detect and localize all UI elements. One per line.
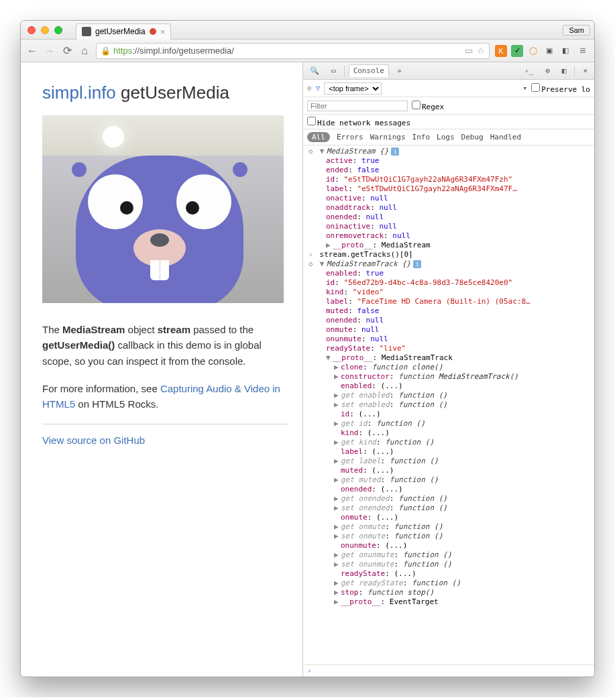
address-bar[interactable]: 🔒 https ://simpl.info/getusermedia/ ▭ ☆	[96, 43, 490, 59]
console-line[interactable]: kind: "video"	[306, 288, 594, 297]
bookmark-star-icon[interactable]: ☆	[477, 46, 485, 56]
log-level-warnings[interactable]: Warnings	[370, 133, 406, 141]
console-line[interactable]: ▼__proto__: MediaStreamTrack	[306, 353, 594, 363]
cast-icon[interactable]: ▣	[543, 45, 555, 57]
console-line[interactable]: ended: false	[306, 166, 594, 175]
console-line[interactable]: label: "eStTDwUtQiC1G7gayh22aNAg6R34FXm4…	[306, 184, 594, 194]
more-tabs-button[interactable]: »	[393, 65, 406, 76]
dock-side-icon[interactable]: ◧	[558, 65, 571, 76]
console-line[interactable]: label: "FaceTime HD Camera (Built-in) (0…	[306, 297, 594, 306]
console-line[interactable]: ▶set onmute: function ()	[306, 532, 594, 541]
minimize-window-button[interactable]	[41, 26, 49, 34]
console-line[interactable]: muted: (...)	[306, 466, 594, 475]
tab-close-button[interactable]: ×	[160, 27, 166, 37]
console-line[interactable]: kind: (...)	[306, 428, 594, 438]
page-content: simpl.info getUserMedia The MediaStream …	[21, 62, 302, 677]
console-prompt[interactable]: ›	[303, 664, 594, 677]
extension-icon[interactable]: ✓	[511, 45, 523, 57]
console-line[interactable]: ▶set enabled: function ()	[306, 400, 594, 410]
frame-selector[interactable]: <top frame>	[324, 82, 382, 95]
console-line[interactable]: ▶get enabled: function ()	[306, 391, 594, 400]
extension-icon[interactable]: K	[495, 45, 507, 57]
home-button[interactable]: ⌂	[78, 45, 91, 57]
console-line[interactable]: ▶get muted: function ()	[306, 475, 594, 485]
console-line[interactable]: ▶get label: function ()	[306, 457, 594, 466]
browser-tab[interactable]: getUserMedia ×	[76, 23, 171, 40]
hide-network-checkbox[interactable]: Hide network messages	[307, 117, 410, 127]
console-line[interactable]: onended: (...)	[306, 485, 594, 494]
console-line[interactable]: onended: null	[306, 213, 594, 222]
extension-icon[interactable]: ◯	[527, 45, 539, 57]
console-line[interactable]: onactive: null	[306, 194, 594, 203]
console-line[interactable]: ▶get onmute: function ()	[306, 522, 594, 532]
log-level-errors[interactable]: Errors	[337, 133, 364, 141]
console-line[interactable]: id: (...)	[306, 410, 594, 419]
camera-indicator-icon[interactable]: ▭	[465, 46, 473, 56]
maximize-window-button[interactable]	[54, 26, 62, 34]
device-mode-icon[interactable]: ▭	[327, 65, 340, 76]
extension-icon[interactable]: ◧	[559, 45, 571, 57]
console-line[interactable]: id: "eStTDwUtQiC1G7gayh22aNAg6R34FXm47Fz…	[306, 175, 594, 184]
hamburger-menu-button[interactable]: ≡	[577, 45, 589, 57]
drawer-toggle-icon[interactable]: ›_	[520, 65, 537, 76]
console-line[interactable]: readyState: (...)	[306, 569, 594, 579]
console-line[interactable]: onremovetrack: null	[306, 231, 594, 241]
close-devtools-button[interactable]: ×	[579, 65, 592, 76]
console-line[interactable]: › stream.getTracks()[0]	[306, 250, 594, 259]
settings-gear-icon[interactable]: ⚙	[541, 65, 554, 76]
clear-console-icon[interactable]: ⊘	[307, 84, 312, 93]
console-line[interactable]: label: (...)	[306, 447, 594, 457]
log-level-debug[interactable]: Debug	[461, 133, 484, 141]
console-line[interactable]: ▶get onended: function ()	[306, 494, 594, 504]
console-tab[interactable]: Console	[349, 64, 389, 77]
log-level-logs[interactable]: Logs	[437, 133, 455, 141]
page-heading: simpl.info getUserMedia	[42, 82, 289, 103]
inspect-icon[interactable]: 🔍	[306, 65, 323, 76]
log-level-info[interactable]: Info	[412, 133, 431, 141]
filter-funnel-icon[interactable]: ▽	[316, 84, 321, 93]
console-line[interactable]: onunmute: null	[306, 335, 594, 344]
console-line[interactable]: ▶get kind: function ()	[306, 438, 594, 447]
reload-button[interactable]: ⟳	[61, 44, 73, 57]
console-line[interactable]: ▶__proto__: EventTarget	[306, 597, 594, 607]
console-line[interactable]: ▶set onunmute: function ()	[306, 560, 594, 569]
regex-checkbox[interactable]: Regex	[412, 101, 444, 111]
view-source-link[interactable]: View source on GitHub	[42, 434, 145, 446]
console-line[interactable]: active: true	[306, 156, 594, 166]
console-line[interactable]: ▶stop: function stop()	[306, 588, 594, 597]
console-line[interactable]: onmute: (...)	[306, 513, 594, 522]
log-level-all[interactable]: All	[307, 132, 330, 142]
window-controls	[21, 26, 62, 34]
console-line[interactable]: id: "56ed72b9-d4bc-4c8a-98d3-78e5ce8420e…	[306, 278, 594, 288]
console-line[interactable]: ◇ ▼MediaStreamTrack {}i	[306, 259, 594, 269]
console-line[interactable]: ▶constructor: function MediaStreamTrack(…	[306, 372, 594, 382]
console-context-bar: ⊘ ▽ <top frame> ▾ Preserve lo	[303, 80, 594, 97]
console-line[interactable]: onmute: null	[306, 325, 594, 335]
console-line[interactable]: enabled: true	[306, 269, 594, 278]
console-line[interactable]: ▶set onended: function ()	[306, 504, 594, 513]
console-line[interactable]: ▶get id: function ()	[306, 419, 594, 428]
console-line[interactable]: onunmute: (...)	[306, 541, 594, 550]
log-level-handled[interactable]: Handled	[490, 133, 521, 141]
profile-chip[interactable]: Sam	[563, 25, 590, 36]
preserve-log-checkbox[interactable]: Preserve lo	[531, 83, 590, 94]
console-line[interactable]: onended: null	[306, 316, 594, 325]
console-line[interactable]: onaddtrack: null	[306, 203, 594, 213]
console-line[interactable]: ▶get readyState: function ()	[306, 579, 594, 588]
close-window-button[interactable]	[27, 26, 36, 34]
console-line[interactable]: enabled: (...)	[306, 382, 594, 391]
frame-dropdown-icon[interactable]: ▾	[523, 84, 528, 93]
console-line[interactable]: ▶clone: function clone()	[306, 363, 594, 372]
site-home-link[interactable]: simpl.info	[42, 82, 116, 103]
console-output[interactable]: ◇ ▼MediaStream {}iactive: trueended: fal…	[303, 145, 594, 664]
forward-button[interactable]: →	[44, 45, 56, 57]
console-line[interactable]: ▶__proto__: MediaStream	[306, 241, 594, 250]
filter-input[interactable]	[307, 101, 408, 111]
console-line[interactable]: readyState: "live"	[306, 344, 594, 353]
console-line[interactable]: muted: false	[306, 306, 594, 316]
console-line[interactable]: oninactive: null	[306, 222, 594, 231]
devtools-tabbar: 🔍 ▭ Console » ›_ ⚙ ◧ ×	[303, 62, 594, 80]
console-line[interactable]: ▶get onunmute: function ()	[306, 550, 594, 560]
console-line[interactable]: ◇ ▼MediaStream {}i	[306, 147, 594, 156]
back-button[interactable]: ←	[26, 45, 38, 57]
